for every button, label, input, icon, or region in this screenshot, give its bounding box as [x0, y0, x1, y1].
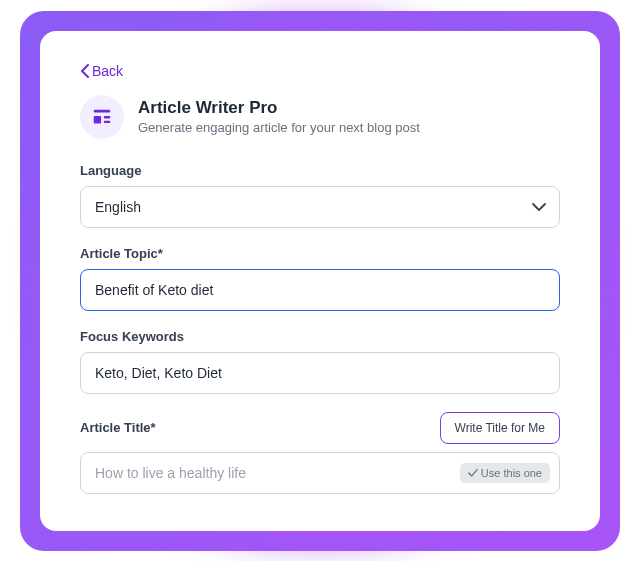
check-icon: [468, 468, 478, 478]
app-icon: [80, 95, 124, 139]
svg-rect-1: [94, 116, 101, 123]
article-writer-card: Back Article Writer Pro Generate engagin…: [40, 31, 600, 531]
svg-rect-2: [104, 116, 110, 118]
language-group: Language English: [80, 163, 560, 228]
use-this-one-button[interactable]: Use this one: [460, 463, 550, 483]
topic-input[interactable]: [80, 269, 560, 311]
keywords-label: Focus Keywords: [80, 329, 560, 344]
chevron-left-icon: [80, 64, 90, 78]
svg-rect-0: [94, 109, 111, 112]
document-layout-icon: [91, 106, 113, 128]
page-subtitle: Generate engaging article for your next …: [138, 120, 420, 135]
keywords-input[interactable]: [80, 352, 560, 394]
use-badge-label: Use this one: [481, 467, 542, 479]
header: Article Writer Pro Generate engaging art…: [80, 95, 560, 139]
language-label: Language: [80, 163, 560, 178]
language-select[interactable]: English: [80, 186, 560, 228]
keywords-group: Focus Keywords: [80, 329, 560, 394]
page-title: Article Writer Pro: [138, 98, 420, 118]
topic-group: Article Topic*: [80, 246, 560, 311]
title-label: Article Title*: [80, 420, 156, 435]
title-group: Article Title* Write Title for Me Use th…: [80, 412, 560, 494]
topic-label: Article Topic*: [80, 246, 560, 261]
write-title-button[interactable]: Write Title for Me: [440, 412, 560, 444]
svg-rect-3: [104, 120, 110, 122]
back-label: Back: [92, 63, 123, 79]
back-button[interactable]: Back: [80, 63, 123, 79]
